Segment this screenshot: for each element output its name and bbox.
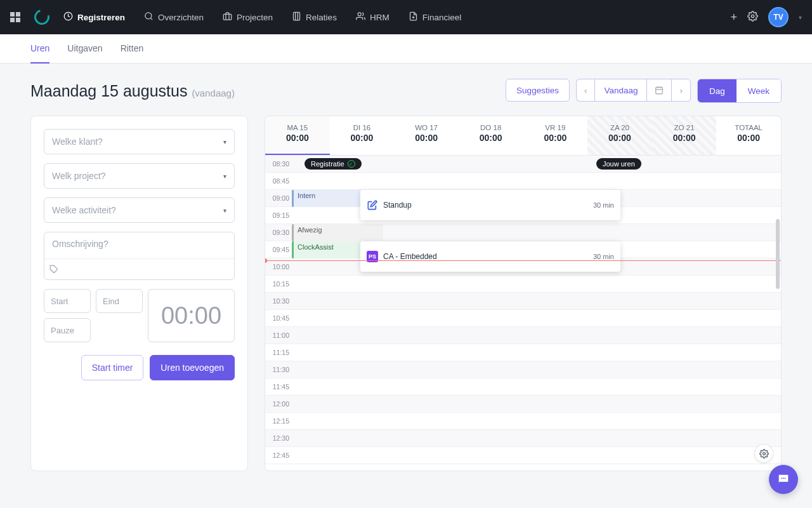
eind-input[interactable]: Eind: [96, 289, 143, 313]
topbar: RegistrerenOverzichtenProjectenRelatiesH…: [0, 0, 812, 34]
tab-ritten[interactable]: Ritten: [121, 34, 144, 64]
time-label: 12:15: [265, 417, 292, 425]
time-label: 12:30: [265, 434, 292, 442]
klant-select[interactable]: Welke klant?▾: [44, 129, 235, 154]
time-label: 08:45: [265, 177, 292, 185]
entry-form: Welke klant?▾ Welk project?▾ Welke activ…: [30, 116, 248, 471]
time-label: 11:00: [265, 331, 292, 339]
start-input[interactable]: Start: [44, 289, 91, 313]
day-do-18[interactable]: DO 1800:00: [459, 116, 523, 155]
nav-hrm[interactable]: HRM: [356, 11, 390, 23]
time-label: 12:45: [265, 451, 292, 459]
activiteit-select[interactable]: Welke activiteit?▾: [44, 197, 235, 223]
time-label: 08:30: [265, 160, 292, 168]
time-label: 11:15: [265, 349, 292, 356]
scrollbar[interactable]: [776, 219, 780, 289]
svg-rect-11: [656, 87, 663, 94]
calendar: MA 1500:00DI 1600:00WO 1700:00DO 1800:00…: [265, 116, 782, 471]
tab-uitgaven[interactable]: Uitgaven: [67, 34, 102, 64]
chevron-down-icon[interactable]: ▾: [799, 14, 802, 21]
tag-icon[interactable]: [49, 265, 58, 276]
day-di-16[interactable]: DI 1600:00: [330, 116, 395, 155]
week-toggle[interactable]: Week: [737, 79, 781, 102]
nav-icon: [63, 11, 73, 23]
day-zo-21[interactable]: ZO 2100:00: [652, 116, 717, 155]
svg-point-19: [785, 478, 786, 479]
avatar[interactable]: TV: [768, 7, 789, 27]
calendar-settings-button[interactable]: [754, 444, 773, 463]
registratie-badge: Registratie✓: [304, 158, 362, 170]
nav-icon: [144, 11, 154, 23]
time-label: 10:45: [265, 314, 292, 322]
plus-icon[interactable]: +: [730, 11, 737, 24]
start-timer-button[interactable]: Start timer: [81, 355, 144, 380]
nav-overzichten[interactable]: Overzichten: [144, 11, 204, 23]
edit-icon: [367, 199, 378, 211]
nav-financieel[interactable]: Financieel: [409, 11, 462, 23]
svg-point-10: [751, 15, 754, 17]
nav-icon: [409, 11, 418, 23]
time-label: 09:45: [265, 246, 292, 253]
now-line: [265, 260, 781, 261]
jouw-uren-badge: Jouw uren: [596, 158, 641, 170]
nav-icon: [292, 11, 301, 23]
calendar-body[interactable]: 08:3008:4509:0009:1509:3009:4510:0010:15…: [265, 156, 781, 471]
svg-point-18: [783, 478, 784, 479]
svg-point-17: [781, 478, 782, 479]
nav-registreren[interactable]: Registreren: [63, 11, 125, 23]
nav-projecten[interactable]: Projecten: [223, 11, 273, 23]
apps-icon[interactable]: [10, 12, 20, 22]
time-label: 11:45: [265, 383, 292, 391]
time-label: 09:00: [265, 194, 292, 202]
uren-toevoegen-button[interactable]: Uren toevoegen: [150, 355, 235, 380]
time-label: 10:00: [265, 263, 292, 271]
timer-display: 00:00: [148, 289, 235, 342]
next-button[interactable]: ›: [671, 79, 691, 102]
time-label: 09:30: [265, 229, 292, 236]
nav-icon: [356, 11, 365, 23]
event-title: Standup: [383, 201, 412, 210]
pauze-input[interactable]: Pauze: [44, 318, 91, 342]
dag-toggle[interactable]: Dag: [698, 79, 737, 102]
suggesties-button[interactable]: Suggesties: [506, 79, 570, 102]
project-select[interactable]: Welk project?▾: [44, 163, 235, 189]
svg-rect-4: [294, 12, 300, 20]
svg-point-16: [763, 452, 765, 455]
event-title: CA - Embedded: [383, 252, 437, 261]
event-ca-embedded[interactable]: PS CA - Embedded 30 min: [360, 241, 620, 272]
vandaag-button[interactable]: Vandaag: [594, 79, 646, 102]
subtabs: UrenUitgavenRitten: [0, 34, 812, 64]
time-label: 09:15: [265, 211, 292, 219]
svg-point-1: [145, 13, 152, 19]
gear-icon[interactable]: [747, 11, 758, 24]
time-label: 10:30: [265, 297, 292, 305]
omschrijving-input[interactable]: [44, 232, 234, 259]
time-label: 12:00: [265, 400, 292, 408]
calendar-icon[interactable]: [646, 79, 671, 102]
page-title: Maandag 15 augustus (vandaag): [30, 82, 235, 100]
logo-icon[interactable]: [32, 7, 53, 28]
event-standup[interactable]: Standup 30 min: [360, 190, 620, 220]
svg-line-2: [150, 18, 152, 20]
svg-rect-3: [223, 14, 232, 20]
nav-icon: [223, 11, 232, 23]
tab-uren[interactable]: Uren: [30, 34, 49, 64]
time-label: 11:30: [265, 366, 292, 373]
svg-point-7: [358, 13, 361, 16]
day-wo-17[interactable]: WO 1700:00: [394, 116, 459, 155]
chat-fab[interactable]: [769, 465, 798, 494]
day-totaal: TOTAAL00:00: [716, 116, 781, 155]
prev-button[interactable]: ‹: [576, 79, 595, 102]
day-ma-15[interactable]: MA 1500:00: [265, 116, 330, 155]
nav-relaties[interactable]: Relaties: [292, 11, 337, 23]
day-za-20[interactable]: ZA 2000:00: [587, 116, 652, 155]
time-label: 10:15: [265, 280, 292, 288]
day-vr-19[interactable]: VR 1900:00: [523, 116, 588, 155]
